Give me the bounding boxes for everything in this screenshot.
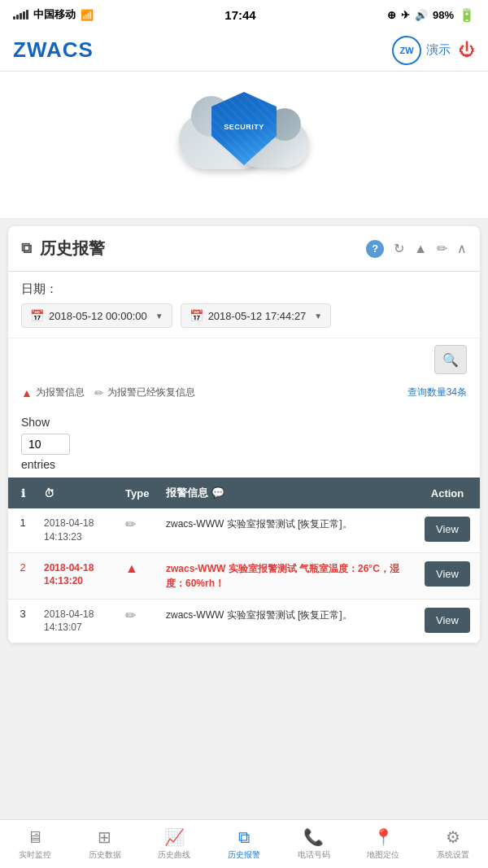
histalert-icon: ⧉ [238,828,250,847]
settings-icon: ⚙ [446,827,460,847]
col-time: ⏱ [37,478,119,508]
help-button[interactable]: ? [366,240,384,258]
type-icon: ✏ [125,517,136,531]
end-date-value: 2018-05-12 17:44:27 [208,310,307,322]
view-button[interactable]: View [425,561,470,587]
alarm-message: zwacs-WWW 实验室报警测试 [恢复正常]。 [166,608,408,622]
cell-type: ✏ [119,508,159,552]
nav-histdata[interactable]: ⊞ 历史数据 [70,822,140,866]
nav-map[interactable]: 📍 地图定位 [349,822,419,866]
section-title-text: 历史报警 [40,238,105,260]
wifi-icon: 📶 [81,9,94,21]
row-number: 3 [20,608,25,620]
col-alarm: 报警信息 💬 [159,478,415,508]
search-icon: 🔍 [442,352,459,368]
date-value: 2018-04-1814:13:20 [44,561,112,589]
time-icon: ⏱ [44,487,54,499]
date-filter: 日期： 📅 2018-05-12 00:00:00 ▼ 📅 2018-05-12… [8,272,480,338]
cell-action: View [415,552,480,599]
bottom-nav: 🖥 实时监控 ⊞ 历史数据 📈 历史曲线 ⧉ 历史报警 📞 电话号码 📍 地图定… [0,819,488,868]
show-select-wrap: 10 25 50 100 [21,434,467,455]
search-row: 🔍 [8,338,480,381]
alarm-message: zwacs-WWW 实验室报警测试 气瓶室温度：26°C，湿度：60%rh！ [166,561,408,591]
col-index: ℹ [8,478,37,508]
alarm-message: zwacs-WWW 实验室报警测试 [恢复正常]。 [166,517,408,531]
location-icon: ⊕ [387,9,396,21]
phone-icon: 📞 [303,827,324,847]
nav-histalert[interactable]: ⧉ 历史报警 [209,823,279,866]
nav-histcurve[interactable]: 📈 历史曲线 [139,822,209,866]
section-header: ⧉ 历史报警 ? ↻ ▲ ✏ ∧ [8,226,480,272]
legend-alert-icon: ▲ [21,386,33,399]
legend-left: ▲ 为报警信息 ✏ 为报警已经恢复信息 [21,386,195,399]
collapse-button[interactable]: ∧ [457,241,467,256]
cell-index: 1 [8,508,37,552]
cell-alarm: zwacs-WWW 实验室报警测试 气瓶室温度：26°C，湿度：60%rh！ [159,552,415,599]
legend-count: 查询数量34条 [407,386,467,399]
demo-button[interactable]: ZW 演示 [392,36,451,65]
main-content: ⧉ 历史报警 ? ↻ ▲ ✏ ∧ 日期： 📅 2018-05-12 00:00:… [8,226,480,643]
view-button[interactable]: View [425,608,470,633]
cell-action: View [415,599,480,643]
col-action: Action [415,478,480,508]
history-alert-icon: ⧉ [21,240,32,257]
sound-icon: 🔊 [415,9,428,21]
row-number: 1 [20,517,25,529]
refresh-button[interactable]: ↻ [394,241,404,256]
status-right: ⊕ ✈ 🔊 98% 🔋 [387,7,475,23]
date-value: 2018-04-1814:13:23 [44,517,112,544]
calendar-icon-end: 📅 [190,309,203,322]
nav-realtime[interactable]: 🖥 实时监控 [0,823,70,866]
nav-settings[interactable]: ⚙ 系统设置 [418,822,488,866]
time-display: 17:44 [224,8,255,22]
search-button[interactable]: 🔍 [434,345,467,374]
signal-icon [13,10,28,20]
status-bar: 中国移动 📶 17:44 ⊕ ✈ 🔊 98% 🔋 [0,0,488,29]
alarm-table: ℹ ⏱ Type 报警信息 💬 Action 1 2018-04-1814:13… [8,478,480,643]
cloud-icon: ZW [392,36,421,65]
battery-label: 98% [433,9,454,21]
start-date-picker[interactable]: 📅 2018-05-12 00:00:00 ▼ [21,303,172,328]
nav-phone[interactable]: 📞 电话号码 [279,822,349,866]
cell-date: 2018-04-1814:13:23 [37,508,119,552]
cell-index: 3 [8,599,37,643]
cell-alarm: zwacs-WWW 实验室报警测试 [恢复正常]。 [159,508,415,552]
histdata-icon: ⊞ [98,827,111,847]
date-label: 日期： [21,281,467,297]
row-number: 2 [20,561,25,574]
legend-recovered-item: ✏ 为报警已经恢复信息 [94,386,195,399]
security-graphic: SECURITY [179,88,309,202]
map-icon: 📍 [373,827,394,847]
legend-recovered-text: 为报警已经恢复信息 [107,386,195,399]
calendar-icon-start: 📅 [30,309,44,322]
entries-label: entries [21,458,467,471]
table-row: 3 2018-04-1814:13:07 ✏ zwacs-WWW 实验室报警测试… [8,599,480,643]
start-date-arrow: ▼ [155,312,163,321]
realtime-icon: 🖥 [27,828,43,847]
legend-alert-text: 为报警信息 [36,386,85,399]
carrier-label: 中国移动 [33,7,76,22]
end-date-picker[interactable]: 📅 2018-05-12 17:44:27 ▼ [181,303,332,328]
edit-button[interactable]: ✏ [437,241,447,256]
view-button[interactable]: View [425,517,470,542]
cell-alarm: zwacs-WWW 实验室报警测试 [恢复正常]。 [159,599,415,643]
show-entries: Show 10 25 50 100 entries [8,408,480,471]
col-type: Type [119,478,159,508]
cell-action: View [415,508,480,552]
hero-area: SECURITY [0,72,488,218]
start-date-value: 2018-05-12 00:00:00 [49,310,147,322]
power-icon[interactable]: ⏻ [459,41,475,59]
type-icon: ✏ [125,608,136,622]
end-date-arrow: ▼ [314,312,322,321]
cell-date: 2018-04-1814:13:20 [37,552,119,599]
bluetooth-icon: ✈ [401,9,410,21]
demo-label: 演示 [426,42,451,58]
alert-filter-button[interactable]: ▲ [414,242,427,256]
legend-alert-item: ▲ 为报警信息 [21,386,85,399]
table-row: 1 2018-04-1814:13:23 ✏ zwacs-WWW 实验室报警测试… [8,508,480,552]
date-inputs: 📅 2018-05-12 00:00:00 ▼ 📅 2018-05-12 17:… [21,303,467,328]
battery-icon: 🔋 [459,7,475,23]
entries-select[interactable]: 10 25 50 100 [21,434,70,455]
histcurve-icon: 📈 [164,827,185,847]
legend: ▲ 为报警信息 ✏ 为报警已经恢复信息 查询数量34条 [8,381,480,408]
